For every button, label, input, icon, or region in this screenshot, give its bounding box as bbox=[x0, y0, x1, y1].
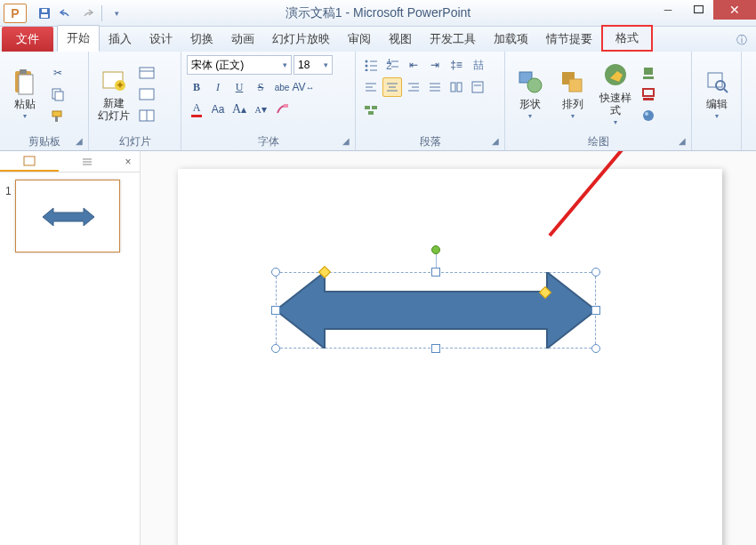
svg-rect-53 bbox=[569, 79, 582, 92]
font-size-combo[interactable]: 18▾ bbox=[294, 55, 333, 75]
tab-insert[interactable]: 插入 bbox=[100, 27, 141, 52]
tab-format[interactable]: 格式 bbox=[601, 25, 653, 52]
resize-handle-ne[interactable] bbox=[591, 268, 600, 277]
strike-button[interactable]: S bbox=[251, 77, 270, 97]
launcher-icon[interactable]: ◢ bbox=[341, 136, 351, 147]
save-icon[interactable] bbox=[36, 4, 53, 22]
clear-format-icon[interactable] bbox=[272, 100, 292, 119]
tab-review[interactable]: 审阅 bbox=[339, 27, 380, 52]
tab-transitions[interactable]: 切换 bbox=[181, 27, 222, 52]
shapes-button[interactable]: 形状▾ bbox=[511, 55, 550, 132]
svg-rect-60 bbox=[708, 73, 722, 87]
paste-button[interactable]: 粘贴 ▾ bbox=[5, 55, 44, 132]
font-name-combo[interactable]: 宋体 (正文)▾ bbox=[187, 55, 292, 75]
shape-effects-icon[interactable] bbox=[639, 106, 658, 125]
char-spacing-button[interactable]: AV↔ bbox=[294, 77, 313, 97]
tab-addins[interactable]: 加载项 bbox=[485, 27, 537, 52]
decrease-indent-icon[interactable]: ⇤ bbox=[404, 55, 423, 75]
svg-rect-19 bbox=[284, 104, 288, 108]
numbering-icon[interactable]: 12 bbox=[382, 55, 402, 75]
new-slide-icon: ✦ bbox=[100, 67, 128, 95]
svg-rect-56 bbox=[643, 89, 654, 96]
format-painter-icon[interactable] bbox=[48, 106, 68, 125]
text-direction-icon[interactable]: 喆 bbox=[468, 55, 487, 75]
tab-design[interactable]: 设计 bbox=[141, 27, 181, 52]
tab-slideshow[interactable]: 幻灯片放映 bbox=[263, 27, 339, 52]
new-slide-button[interactable]: ✦ 新建 幻灯片 bbox=[94, 55, 133, 132]
shape-fill-icon[interactable] bbox=[639, 63, 658, 83]
columns-icon[interactable] bbox=[446, 77, 466, 97]
resize-handle-n[interactable] bbox=[431, 268, 440, 277]
tab-developer[interactable]: 开发工具 bbox=[421, 27, 485, 52]
edit-label: 编辑 bbox=[706, 98, 728, 110]
smartart-icon[interactable] bbox=[361, 100, 381, 119]
change-case-button[interactable]: Aa bbox=[208, 100, 228, 119]
increase-indent-icon[interactable]: ⇥ bbox=[425, 55, 445, 75]
help-icon[interactable]: ⓘ bbox=[736, 33, 747, 48]
align-left-icon[interactable] bbox=[361, 77, 381, 97]
svg-rect-44 bbox=[457, 83, 462, 92]
find-icon bbox=[703, 68, 731, 96]
undo-icon[interactable] bbox=[57, 4, 75, 22]
tab-home[interactable]: 开始 bbox=[57, 25, 100, 52]
minimize-button[interactable]: ─ bbox=[653, 0, 683, 20]
launcher-icon[interactable]: ◢ bbox=[490, 136, 501, 147]
resize-handle-w[interactable] bbox=[271, 306, 280, 315]
resize-handle-se[interactable] bbox=[591, 344, 600, 353]
svg-rect-1 bbox=[41, 14, 48, 18]
slides-tab-icon[interactable] bbox=[0, 151, 59, 172]
align-center-icon[interactable] bbox=[382, 77, 402, 97]
grow-font-button[interactable]: A▴ bbox=[229, 100, 249, 119]
group-slides: ✦ 新建 幻灯片 幻灯片 bbox=[89, 52, 181, 150]
svg-rect-43 bbox=[451, 83, 455, 92]
line-spacing-icon[interactable]: ‡≡ bbox=[446, 55, 466, 75]
maximize-button[interactable] bbox=[683, 0, 713, 20]
align-text-icon[interactable] bbox=[468, 77, 487, 97]
rotation-handle[interactable] bbox=[431, 245, 440, 254]
paste-label: 粘贴 bbox=[14, 98, 36, 110]
redo-icon[interactable] bbox=[78, 4, 96, 22]
shape-outline-icon[interactable] bbox=[639, 84, 658, 104]
font-color-button[interactable]: A bbox=[187, 100, 206, 119]
arrange-button[interactable]: 排列▾ bbox=[553, 55, 592, 132]
bold-button[interactable]: B bbox=[187, 77, 206, 97]
launcher-icon[interactable]: ◢ bbox=[677, 136, 688, 147]
layout-icon[interactable] bbox=[137, 63, 157, 83]
outline-tab-icon[interactable] bbox=[59, 151, 117, 172]
slide-thumbnail[interactable] bbox=[15, 180, 120, 252]
underline-button[interactable]: U bbox=[229, 77, 249, 97]
svg-rect-47 bbox=[365, 106, 370, 109]
slide-thumb-item[interactable]: 1 bbox=[0, 172, 140, 260]
qat-dropdown-icon[interactable]: ▾ bbox=[108, 4, 125, 22]
quick-styles-button[interactable]: 快速样式▾ bbox=[596, 55, 635, 132]
double-arrow-shape[interactable] bbox=[276, 272, 596, 349]
copy-icon[interactable] bbox=[48, 84, 68, 104]
resize-handle-e[interactable] bbox=[591, 306, 600, 315]
shrink-font-button[interactable]: A▾ bbox=[251, 100, 270, 119]
edit-button[interactable]: 编辑▾ bbox=[697, 55, 736, 132]
file-tab[interactable]: 文件 bbox=[2, 27, 53, 52]
bullets-icon[interactable] bbox=[361, 55, 381, 75]
close-button[interactable]: ✕ bbox=[713, 0, 756, 20]
slide[interactable] bbox=[178, 169, 722, 545]
svg-text:✦: ✦ bbox=[116, 79, 125, 92]
cut-icon[interactable]: ✂ bbox=[48, 63, 68, 83]
resize-handle-s[interactable] bbox=[431, 344, 440, 353]
launcher-icon[interactable]: ◢ bbox=[74, 136, 84, 147]
resize-handle-sw[interactable] bbox=[271, 344, 280, 353]
close-pane-icon[interactable]: × bbox=[117, 151, 140, 172]
svg-marker-67 bbox=[43, 208, 94, 226]
group-label-paragraph: 段落◢ bbox=[361, 132, 499, 148]
tab-storyboard[interactable]: 情节提要 bbox=[537, 27, 601, 52]
tab-view[interactable]: 视图 bbox=[380, 27, 421, 52]
italic-button[interactable]: I bbox=[208, 77, 228, 97]
justify-icon[interactable] bbox=[425, 77, 445, 97]
reset-icon[interactable] bbox=[137, 84, 157, 104]
slide-canvas-area[interactable] bbox=[141, 151, 756, 545]
tab-animations[interactable]: 动画 bbox=[222, 27, 263, 52]
align-right-icon[interactable] bbox=[404, 77, 423, 97]
resize-handle-nw[interactable] bbox=[271, 268, 280, 277]
shadow-button[interactable]: abe bbox=[272, 77, 292, 97]
svg-rect-6 bbox=[20, 69, 27, 74]
section-icon[interactable] bbox=[137, 106, 157, 125]
